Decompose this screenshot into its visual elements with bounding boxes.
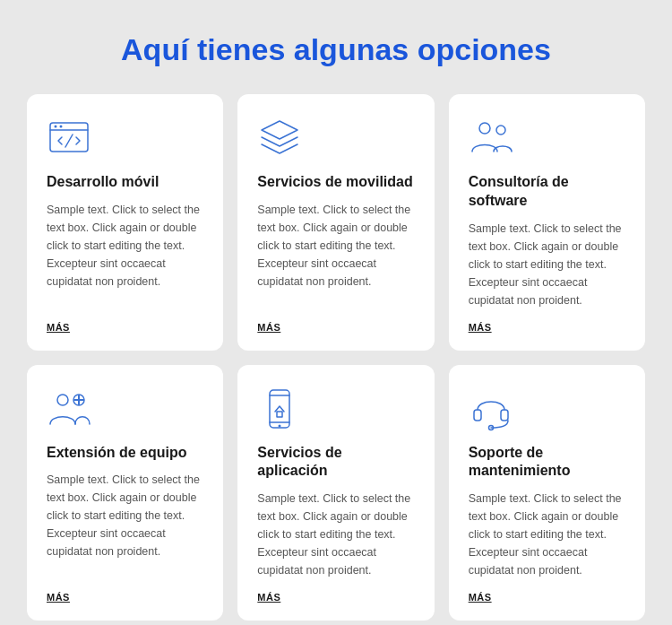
- card-mobile-dev-title: Desarrollo móvil: [47, 173, 203, 192]
- card-team-extension-link[interactable]: MÁS: [47, 592, 203, 603]
- mobile-dev-icon: [47, 116, 91, 161]
- card-software-consulting-title: Consultoría de software: [469, 173, 625, 211]
- card-software-consulting-link[interactable]: MÁS: [469, 322, 625, 333]
- card-app-services-title: Servicios de aplicación: [257, 444, 414, 482]
- svg-point-2: [55, 126, 57, 128]
- card-app-services: Servicios de aplicación Sample text. Cli…: [237, 365, 434, 621]
- mobility-icon: [257, 116, 302, 161]
- svg-point-6: [479, 123, 490, 134]
- card-maintenance-support-title: Soporte de mantenimiento: [469, 444, 625, 482]
- svg-point-15: [279, 424, 281, 427]
- svg-point-3: [60, 126, 63, 128]
- card-team-extension-text: Sample text. Click to select the text bo…: [47, 471, 203, 579]
- card-mobility-services-link[interactable]: MÁS: [257, 322, 414, 333]
- card-team-extension-title: Extensión de equipo: [47, 444, 203, 463]
- card-maintenance-support: Soporte de mantenimiento Sample text. Cl…: [449, 365, 645, 621]
- card-software-consulting-text: Sample text. Click to select the text bo…: [469, 220, 625, 309]
- card-mobile-dev-text: Sample text. Click to select the text bo…: [47, 201, 203, 309]
- svg-line-4: [65, 135, 73, 147]
- page-container: Aquí tienes algunas opciones Desarrollo …: [0, 0, 672, 625]
- consulting-icon: [469, 116, 513, 161]
- card-mobile-dev: Desarrollo móvil Sample text. Click to s…: [27, 94, 223, 351]
- card-app-services-text: Sample text. Click to select the text bo…: [257, 490, 414, 579]
- svg-marker-5: [262, 121, 297, 139]
- svg-point-8: [57, 395, 68, 405]
- support-icon: [469, 386, 513, 431]
- svg-rect-16: [277, 412, 282, 417]
- card-maintenance-support-text: Sample text. Click to select the text bo…: [469, 490, 625, 579]
- svg-rect-18: [501, 410, 508, 421]
- card-mobile-dev-link[interactable]: MÁS: [47, 322, 203, 333]
- app-icon: [257, 386, 302, 431]
- svg-rect-17: [474, 410, 481, 421]
- card-team-extension: Extensión de equipo Sample text. Click t…: [27, 365, 223, 621]
- page-title: Aquí tienes algunas opciones: [27, 32, 645, 67]
- team-icon: [47, 386, 91, 431]
- card-mobility-services-text: Sample text. Click to select the text bo…: [257, 201, 414, 309]
- cards-grid: Desarrollo móvil Sample text. Click to s…: [27, 94, 645, 621]
- card-mobility-services-title: Servicios de movilidad: [257, 173, 414, 192]
- card-mobility-services: Servicios de movilidad Sample text. Clic…: [237, 94, 434, 351]
- card-maintenance-support-link[interactable]: MÁS: [469, 592, 625, 603]
- card-software-consulting: Consultoría de software Sample text. Cli…: [449, 94, 645, 351]
- card-app-services-link[interactable]: MÁS: [257, 592, 414, 603]
- svg-point-7: [496, 126, 505, 135]
